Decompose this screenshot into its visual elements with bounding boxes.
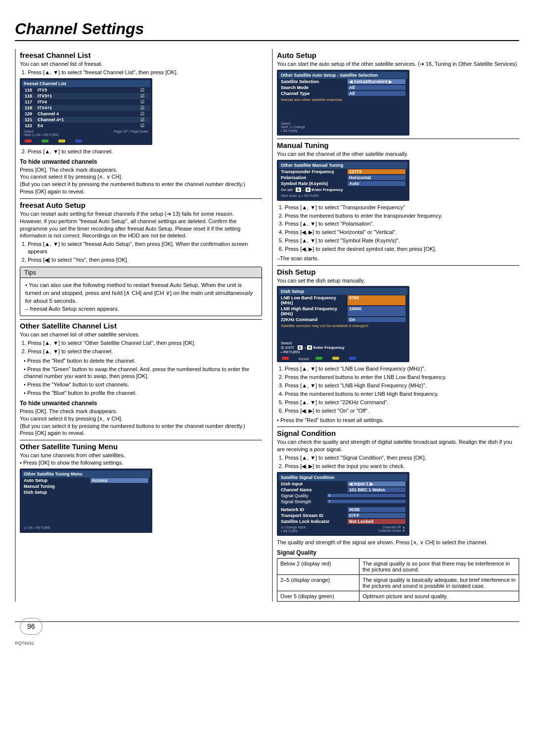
text-freesat-intro: You can set channel list of freesat. <box>20 60 262 68</box>
bottom-rule <box>15 621 519 622</box>
menu-value: Access <box>90 478 148 483</box>
divider <box>277 139 519 139</box>
menu-other-tuning: Other Satellite Tuning Menu Auto SetupAc… <box>20 469 152 533</box>
menu-header: Satellite Signal Condition <box>279 474 407 481</box>
label-ok: OK <box>36 133 41 137</box>
signal-s2: Press [◀, ▶] to select the input you wan… <box>285 463 519 470</box>
manual-s4: Press [◀, ▶] to select "Horizontal" or "… <box>285 229 519 236</box>
freesat-list-step2: Press [▲, ▼] to select the channel. <box>28 148 262 155</box>
menu-value: 12773 <box>348 169 405 174</box>
menu-header: Other Satellite Tuning Menu <box>22 471 150 477</box>
chan-num: 122 <box>25 123 38 128</box>
table-cell: 2–5 (display orange) <box>277 574 359 591</box>
menu-header: Dish Setup <box>279 288 407 295</box>
heading-hide-channels: To hide unwanted channels <box>20 158 262 165</box>
label-select: Select <box>24 130 33 133</box>
label-return: RETURN <box>283 129 297 133</box>
menu-label: Network ID <box>281 507 347 512</box>
menu-label: Transpounder Frequency <box>281 169 347 174</box>
chan-name: ITV3+1 <box>38 94 140 98</box>
menu-note: Satellite services may not be available … <box>279 323 407 329</box>
text-freesat-auto-body: You can restart auto setting for freesat… <box>20 210 262 239</box>
heading-manual-tuning: Manual Tuning <box>277 141 519 149</box>
menu-label: Satellite Selection <box>281 79 347 84</box>
chan-num: 118 <box>25 105 38 110</box>
heading-other-tuning: Other Satellite Tuning Menu <box>20 442 262 451</box>
heading-auto-setup: Auto Setup <box>277 51 519 59</box>
chan-num: 116 <box>25 94 38 98</box>
menu-note: freesat and other satellite channels <box>279 96 407 103</box>
menu-label: Search Mode <box>281 85 347 90</box>
red-button-icon <box>282 357 289 360</box>
tips-box: Tips • You can also use the following me… <box>20 267 262 316</box>
table-cell: The signal quality is basically adequate… <box>359 574 519 591</box>
label-return: RETURN <box>44 133 58 137</box>
menu-label: Signal Quality <box>281 493 325 498</box>
dish-b1: Press the "Red" button to reset all sett… <box>280 417 384 423</box>
freesat-list-step1: Press [▲, ▼] to select "freesat Channel … <box>28 69 262 76</box>
text-dish-intro: You can set the dish setup manually. <box>277 277 519 284</box>
menu-label: Dish Input <box>281 481 347 486</box>
label-reset: Reset all <box>299 357 306 360</box>
check-icon: ☑ <box>140 88 147 93</box>
text-manual-intro: You can set the channel of the other sat… <box>277 150 519 158</box>
label-select: Select <box>281 341 292 345</box>
doc-code: RQT9431 <box>15 641 34 646</box>
other-b1: • Press the "Red" button to delete the c… <box>24 357 262 365</box>
chan-name: ITV4 <box>38 99 140 104</box>
other-b3: • Press the "Yellow" button to sort chan… <box>24 381 262 388</box>
chan-name: ITV3 <box>38 88 140 93</box>
left-column: freesat Channel List You can set channel… <box>15 49 262 602</box>
menu-dish-setup: Dish Setup LNB Low Band Frequency (MHz)9… <box>277 286 409 362</box>
chan-name: Channel 4 <box>38 111 140 116</box>
label-hide: Hide <box>24 133 31 137</box>
menu-label: Channel Name <box>281 487 347 492</box>
heading-dish-setup: Dish Setup <box>277 268 519 276</box>
manual-s3: Press [▲, ▼] to select "Polarisation". <box>285 220 519 228</box>
heading-other-list: Other Satellite Channel List <box>20 322 262 330</box>
menu-header: Other Satellite Auto Setup - Satellite S… <box>279 72 407 79</box>
heading-freesat-auto: freesat Auto Setup <box>20 201 262 209</box>
menu-label: Dish Setup <box>24 490 148 495</box>
other-list-step1: Press [▲, ▼] to select "Other Satellite … <box>28 339 262 347</box>
heading-signal-quality: Signal Quality <box>277 549 519 556</box>
table-cell: Below 2 (display red) <box>277 558 359 574</box>
dish-s6: Press [◀, ▶] to select "On" or "Off". <box>285 407 519 415</box>
menu-value: All <box>348 85 405 90</box>
manual-s5: Press [▲, ▼] to select "Symbol Rate (Ksy… <box>285 237 519 244</box>
other-b2: • Press the "Green" button to swap the c… <box>24 366 262 380</box>
menu-value: Not Locked <box>348 519 405 524</box>
menu-label: 22KHz Command <box>281 317 347 322</box>
chan-num: 117 <box>25 99 38 104</box>
menu-value: All <box>348 91 405 96</box>
menu-label: Symbol Rate (Ksym/s) <box>281 181 347 186</box>
menu-value: Auto <box>348 181 405 186</box>
bar-value: 7 <box>328 499 330 504</box>
heading-freesat-list: freesat Channel List <box>20 51 262 59</box>
right-column: Auto Setup You can start the auto setup … <box>272 49 519 602</box>
menu-label: Polarisation <box>281 175 347 180</box>
divider <box>20 198 262 199</box>
check-icon: ☑ <box>140 94 147 98</box>
heading-hide-channels-2: To hide unwanted channels <box>20 400 262 407</box>
label-ch-up: Channel UP <box>383 525 401 529</box>
label-startscan: Start Scan <box>281 194 297 197</box>
label-change: Change <box>293 125 306 129</box>
menu-value: Horizontal <box>348 175 405 180</box>
menu-value: 07FF <box>348 513 405 518</box>
menu-value: 101 BBC 1 Wales <box>348 487 405 492</box>
check-icon: ☑ <box>140 117 147 122</box>
manual-s6: Press [◀, ▶] to select the desired symbo… <box>285 245 519 253</box>
label-return: RETURN <box>283 350 300 354</box>
menu-value: On <box>348 317 405 322</box>
text-hide-body: Press [OK]. The check mark disappears. Y… <box>20 166 262 195</box>
dish-s4: Press the numbered buttons to enter LNB … <box>285 390 519 398</box>
green-button-icon <box>315 357 322 360</box>
check-icon: ☑ <box>140 111 147 116</box>
manual-s1: Press [▲, ▼] to select "Transpounder Fre… <box>285 204 519 211</box>
menu-label: Auto Setup <box>24 478 89 483</box>
table-cell: The signal quality is so poor that there… <box>359 558 519 574</box>
label-change-input: Change Input <box>285 525 306 529</box>
text-signal-after: The quality and strength of the signal a… <box>277 539 519 546</box>
dish-s1: Press [▲, ▼] to select "LNB Low Band Fre… <box>285 365 519 373</box>
